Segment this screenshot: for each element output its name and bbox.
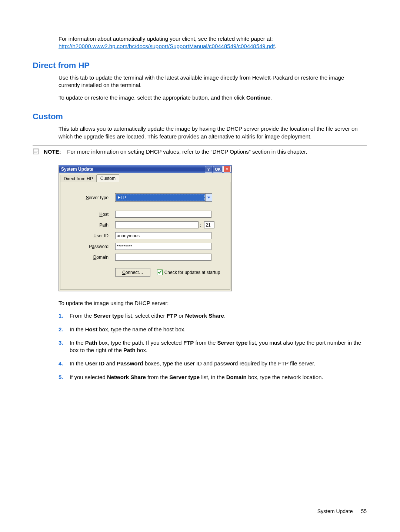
footer-label: System Update xyxy=(317,508,353,514)
connect-button[interactable]: Connect… xyxy=(115,268,150,277)
intro-paragraph: For information about automatically upda… xyxy=(59,35,367,50)
port-input[interactable] xyxy=(204,221,214,228)
port-separator: : xyxy=(200,222,201,228)
page-footer: System Update 55 xyxy=(317,508,367,514)
note-label: NOTE: xyxy=(44,148,61,155)
direct-desc-1: Use this tab to update the terminal with… xyxy=(59,74,367,89)
label-password: Password xyxy=(64,244,115,249)
step-1: From the Server type list, select either… xyxy=(59,312,367,319)
dhcp-intro: To update the image using the DHCP serve… xyxy=(59,300,367,307)
label-host: Host xyxy=(64,212,115,217)
system-update-dialog: System Update ? OK × Direct from HP Cust… xyxy=(59,165,232,291)
label-path: Path xyxy=(64,222,115,228)
step-5: If you selected Network Share from the S… xyxy=(59,374,367,381)
note-callout: NOTE: For more information on setting DH… xyxy=(33,145,367,158)
window-title: System Update xyxy=(61,167,204,172)
ok-button[interactable]: OK xyxy=(213,166,223,173)
label-user-id: User ID xyxy=(64,233,115,238)
domain-input[interactable] xyxy=(115,254,211,261)
step-4: In the User ID and Password boxes, type … xyxy=(59,360,367,367)
user-id-input[interactable] xyxy=(115,232,211,239)
path-input[interactable] xyxy=(115,221,199,228)
custom-desc: This tab allows you to automatically upd… xyxy=(59,125,367,140)
heading-direct-from-hp: Direct from HP xyxy=(33,61,367,70)
svg-rect-0 xyxy=(33,149,39,154)
note-icon xyxy=(33,148,41,155)
tab-custom[interactable]: Custom xyxy=(97,174,119,182)
check-updates-label: Check for updates at startup xyxy=(164,270,220,275)
steps-list: From the Server type list, select either… xyxy=(59,312,367,381)
server-type-select[interactable]: FTP xyxy=(115,193,212,202)
chevron-down-icon[interactable] xyxy=(205,194,212,201)
heading-custom: Custom xyxy=(33,112,367,121)
titlebar: System Update ? OK × xyxy=(59,165,231,173)
note-text: For more information on setting DHCP val… xyxy=(67,148,307,155)
password-input[interactable] xyxy=(115,243,211,250)
host-input[interactable] xyxy=(115,211,211,218)
step-3: In the Path box, type the path. If you s… xyxy=(59,339,367,354)
tab-direct-from-hp[interactable]: Direct from HP xyxy=(60,175,97,183)
label-domain: Domain xyxy=(64,255,115,260)
help-button[interactable]: ? xyxy=(205,166,212,173)
whitepaper-link[interactable]: http://h20000.www2.hp.com/bc/docs/suppor… xyxy=(59,43,275,49)
direct-desc-2: To update or restore the image, select t… xyxy=(59,94,367,101)
close-button[interactable]: × xyxy=(223,166,231,173)
label-server-type: Server type xyxy=(64,195,115,200)
page-number: 55 xyxy=(361,508,367,514)
step-2: In the Host box, type the name of the ho… xyxy=(59,326,367,333)
checkmark-icon xyxy=(157,270,163,275)
check-updates-checkbox[interactable]: Check for updates at startup xyxy=(157,270,220,275)
